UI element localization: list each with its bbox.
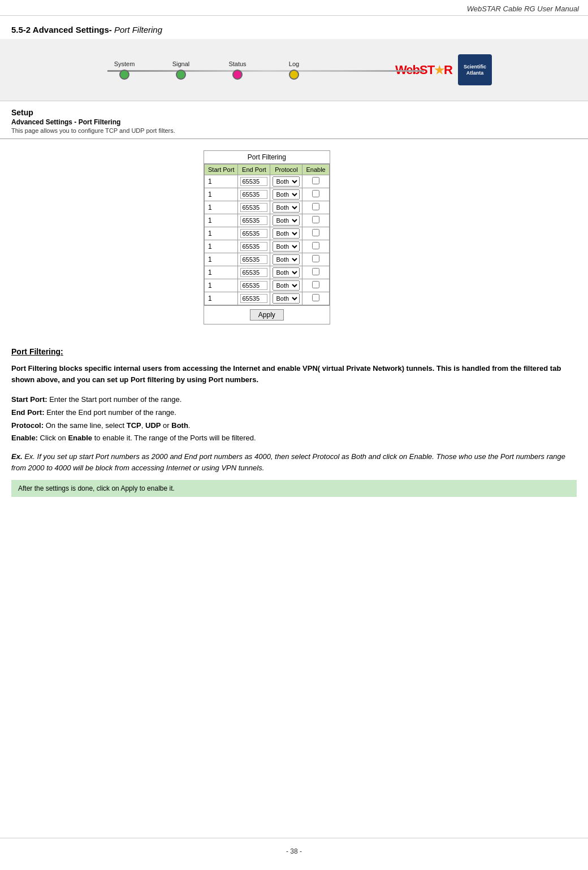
cell-enable-2[interactable] [302,201,329,214]
cell-end-2[interactable] [238,201,270,214]
sa-logo: ScientificAtlanta [458,54,492,85]
cell-end-4[interactable] [238,227,270,240]
cell-enable-0[interactable] [302,175,329,188]
cell-protocol-5[interactable]: BothTCPUDP [270,240,302,253]
cell-end-5[interactable] [238,240,270,253]
input-end-6[interactable] [240,255,267,264]
checkbox-enable-4[interactable] [312,229,319,236]
cell-end-1[interactable] [238,188,270,201]
table-row: 1BothTCPUDP [205,214,330,227]
desc-item-start-port: Start Port: Enter the Start port number … [11,394,577,406]
cell-enable-1[interactable] [302,188,329,201]
col-start-port: Start Port [205,165,238,175]
nav-item-system[interactable]: System [96,60,153,80]
input-end-4[interactable] [240,229,267,238]
cell-start-9: 1 [205,292,238,305]
table-row: 1BothTCPUDP [205,279,330,292]
select-protocol-3[interactable]: BothTCPUDP [273,215,300,226]
cell-enable-8[interactable] [302,279,329,292]
checkbox-enable-7[interactable] [312,268,319,275]
desc-example: Ex. Ex. If you set up start Port numbers… [11,451,577,473]
checkbox-enable-1[interactable] [312,190,319,197]
select-protocol-8[interactable]: BothTCPUDP [273,280,300,291]
input-end-1[interactable] [240,190,267,199]
nav-dot-system [119,70,129,80]
cell-start-3: 1 [205,214,238,227]
select-protocol-7[interactable]: BothTCPUDP [273,267,300,278]
nav-item-status[interactable]: Status [209,60,266,80]
select-protocol-4[interactable]: BothTCPUDP [273,228,300,239]
cell-protocol-0[interactable]: BothTCPUDP [270,175,302,188]
select-protocol-0[interactable]: BothTCPUDP [273,176,300,187]
label-start-port: Start Port: [11,395,47,404]
table-title: Port Filtering [204,151,330,164]
port-filtering-table: Start Port End Port Protocol Enable 1Bot… [204,164,330,305]
table-row: 1BothTCPUDP [205,253,330,266]
table-row: 1BothTCPUDP [205,227,330,240]
cell-enable-6[interactable] [302,253,329,266]
cell-end-9[interactable] [238,292,270,305]
cell-end-0[interactable] [238,175,270,188]
cell-enable-5[interactable] [302,240,329,253]
description-section: Port Filtering: Port Filtering blocks sp… [0,336,588,514]
checkbox-enable-3[interactable] [312,216,319,223]
cell-enable-7[interactable] [302,266,329,279]
cell-protocol-6[interactable]: BothTCPUDP [270,253,302,266]
col-enable: Enable [302,165,329,175]
input-end-7[interactable] [240,268,267,277]
label-enable: Enable: [11,434,38,442]
cell-end-8[interactable] [238,279,270,292]
nav-item-log[interactable]: Log [266,60,322,80]
cell-protocol-7[interactable]: BothTCPUDP [270,266,302,279]
input-end-9[interactable] [240,294,267,303]
nav-item-signal[interactable]: Signal [153,60,209,80]
cell-enable-9[interactable] [302,292,329,305]
apply-button[interactable]: Apply [250,309,284,321]
checkbox-enable-5[interactable] [312,242,319,249]
table-row: 1BothTCPUDP [205,188,330,201]
nav-dot-signal [176,70,186,80]
checkbox-enable-2[interactable] [312,203,319,210]
text-protocol: On the same line, select TCP, UDP or Bot… [46,421,191,430]
highlight-box: After the settings is done, click on App… [11,480,577,497]
input-end-8[interactable] [240,281,267,290]
port-filtering-table-wrapper: Port Filtering Start Port End Port Proto… [204,150,330,324]
table-row: 1BothTCPUDP [205,175,330,188]
input-end-0[interactable] [240,177,267,186]
cell-enable-3[interactable] [302,214,329,227]
table-area: Port Filtering Start Port End Port Proto… [204,150,577,324]
input-end-3[interactable] [240,216,267,225]
label-end-port: End Port: [11,408,45,417]
checkbox-enable-0[interactable] [312,177,319,184]
text-end-port: Enter the End port number of the range. [46,408,176,417]
cell-end-7[interactable] [238,266,270,279]
section-subtitle: Port Filtering [112,25,162,34]
cell-end-6[interactable] [238,253,270,266]
nav-inner: System Signal Status Log WebST★R Scienti… [96,54,492,85]
checkbox-enable-6[interactable] [312,255,319,262]
select-protocol-9[interactable]: BothTCPUDP [273,293,300,304]
text-enable: Click on Enable to enable it. The range … [40,434,256,442]
cell-end-3[interactable] [238,214,270,227]
cell-protocol-1[interactable]: BothTCPUDP [270,188,302,201]
select-protocol-5[interactable]: BothTCPUDP [273,241,300,252]
select-protocol-6[interactable]: BothTCPUDP [273,254,300,265]
cell-protocol-3[interactable]: BothTCPUDP [270,214,302,227]
cell-protocol-2[interactable]: BothTCPUDP [270,201,302,214]
cell-protocol-8[interactable]: BothTCPUDP [270,279,302,292]
cell-protocol-4[interactable]: BothTCPUDP [270,227,302,240]
select-protocol-2[interactable]: BothTCPUDP [273,202,300,213]
select-protocol-1[interactable]: BothTCPUDP [273,189,300,200]
label-protocol: Protocol: [11,421,44,430]
checkbox-enable-9[interactable] [312,294,319,301]
input-end-5[interactable] [240,242,267,251]
nav-dot-status [232,70,243,80]
cell-protocol-9[interactable]: BothTCPUDP [270,292,302,305]
nav-label-log: Log [289,60,299,67]
page-header: WebSTAR Cable RG User Manual [0,0,588,16]
desc-item-protocol: Protocol: On the same line, select TCP, … [11,420,577,432]
checkbox-enable-8[interactable] [312,281,319,288]
cell-start-1: 1 [205,188,238,201]
input-end-2[interactable] [240,203,267,212]
cell-enable-4[interactable] [302,227,329,240]
